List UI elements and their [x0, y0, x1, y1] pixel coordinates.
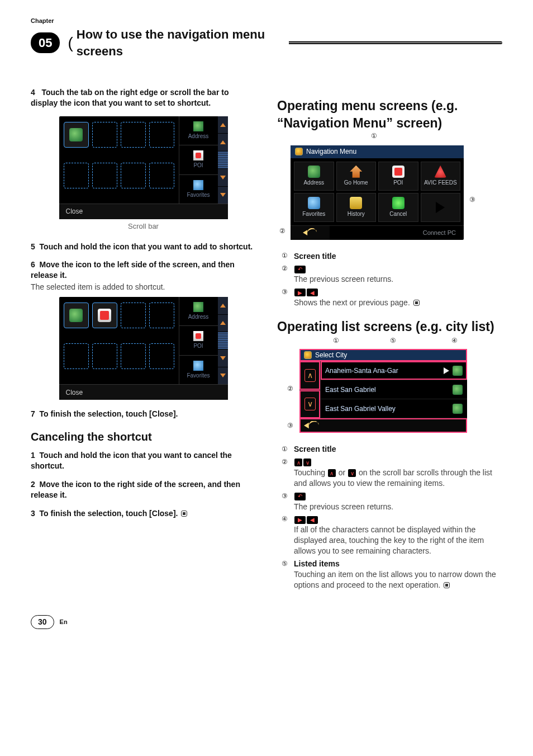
list-callout-2: ② ∧∨ Touching ∧ or ∨ on the scroll bar s…	[279, 457, 502, 489]
menu-next-page[interactable]	[421, 193, 461, 222]
tab-address[interactable]: Address	[179, 116, 218, 145]
shortcut-screenshot-1: Address POI Favorites Close	[59, 116, 228, 219]
annotation-2: ②	[277, 226, 287, 237]
right-column: Operating menu screens (e.g. “Navigation…	[277, 87, 502, 593]
map-pin-icon[interactable]	[453, 385, 463, 395]
cancel-step-3: 3 To finish the selection, touch [Close]…	[31, 508, 256, 519]
scroll-track[interactable]	[218, 332, 228, 349]
language-label: En	[60, 618, 68, 626]
scroll-down-icon: ∨	[348, 469, 356, 477]
scroll-up-icon: ∧	[294, 459, 302, 466]
chevron-down-icon	[220, 374, 226, 377]
shortcut-slot[interactable]	[64, 343, 89, 369]
section-title: How to use the navigation menu screens	[77, 26, 281, 59]
close-button[interactable]: Close	[66, 207, 83, 216]
chevron-down-icon: ∨	[304, 398, 316, 410]
back-button[interactable]	[299, 418, 467, 433]
back-arrow-icon	[304, 421, 320, 430]
annotation-2: ②	[285, 384, 295, 394]
map-pin-icon[interactable]	[453, 404, 463, 414]
scroll-up-button[interactable]	[218, 134, 228, 151]
screen-title: Navigation Menu	[306, 147, 356, 156]
scroll-up-button[interactable]	[218, 297, 228, 314]
annotation-3: ③	[467, 195, 477, 205]
scroll-up-button[interactable]	[218, 116, 228, 134]
back-icon: ↶	[294, 266, 306, 273]
tab-address[interactable]: Address	[179, 297, 218, 326]
chapter-label: Chapter	[31, 17, 502, 25]
section-end-icon	[444, 582, 450, 588]
play-next-icon	[436, 202, 445, 213]
list-callout-5: ⑤ Listed items Touching an item on the l…	[279, 559, 502, 590]
shortcut-slot[interactable]	[64, 303, 89, 328]
header-rule	[289, 41, 502, 44]
tab-favorites[interactable]: Favorites	[179, 356, 218, 384]
connect-pc-button[interactable]: Connect PC	[415, 226, 464, 240]
map-pin-icon[interactable]	[453, 366, 463, 376]
nav-callout-2: ② ↶ The previous screen returns.	[279, 263, 502, 285]
list-scroll-down[interactable]: ∨	[299, 390, 320, 419]
list-item[interactable]: East San Gabriel	[321, 380, 467, 399]
menu-address[interactable]: Address	[294, 162, 334, 191]
list-item[interactable]: Anaheim-Santa Ana-Gar	[321, 361, 467, 380]
scroll-down-button[interactable]	[218, 169, 228, 186]
tab-poi[interactable]: POI	[179, 145, 218, 174]
scroll-up-button[interactable]	[218, 315, 228, 332]
scroll-down-button[interactable]	[218, 367, 228, 384]
chapter-number-pill: 05	[31, 32, 60, 54]
close-button[interactable]: Close	[66, 388, 83, 397]
step-6-body: The selected item is added to shortcut.	[31, 282, 256, 292]
shortcut-slot[interactable]	[121, 122, 146, 148]
list-item[interactable]: East San Gabriel Valley	[321, 399, 467, 418]
cancel-step-2: 2 Move the icon to the right side of the…	[31, 479, 256, 500]
shortcut-screenshot-2: Address POI Favorites Close	[59, 297, 228, 400]
next-page-icon: ▶	[294, 516, 306, 524]
menu-cancel[interactable]: Cancel	[378, 193, 418, 222]
screen-title: Select City	[315, 351, 347, 360]
nav-callout-3: ③ ▶◀ Shows the next or previous page.	[279, 287, 502, 308]
shortcut-slot[interactable]	[92, 303, 117, 328]
shortcut-slot[interactable]	[92, 343, 117, 369]
prev-page-icon: ◀	[307, 516, 318, 524]
more-text-icon[interactable]	[444, 367, 449, 374]
menu-favorites[interactable]: Favorites	[294, 193, 334, 222]
globe-icon	[69, 128, 83, 141]
shortcut-slot[interactable]	[121, 343, 146, 369]
shortcut-slot[interactable]	[121, 163, 146, 188]
shortcut-slot[interactable]	[92, 163, 117, 188]
shortcut-slot[interactable]	[92, 122, 117, 148]
shortcut-slot[interactable]	[64, 122, 89, 148]
back-icon: ↶	[294, 493, 306, 500]
shortcut-slot[interactable]	[149, 343, 174, 369]
left-column: 4 Touch the tab on the right edge or scr…	[31, 87, 256, 593]
menu-go-home[interactable]: Go Home	[336, 162, 377, 191]
menu-avic-feeds[interactable]: AVIC FEEDS	[421, 162, 461, 191]
shortcut-slot[interactable]	[149, 163, 174, 188]
scroll-track[interactable]	[218, 152, 228, 169]
annotation-1: ①	[369, 131, 379, 141]
menu-history[interactable]: History	[336, 193, 377, 222]
scroll-down-button[interactable]	[218, 349, 228, 367]
shortcut-slot[interactable]	[149, 122, 174, 148]
list-scroll-up[interactable]: ∧	[299, 361, 320, 390]
scrollbar[interactable]	[218, 116, 228, 204]
step-5: 5 Touch and hold the icon that you want …	[31, 242, 256, 252]
chevron-down-icon	[220, 193, 226, 197]
menu-poi[interactable]: POI	[378, 162, 418, 191]
chevron-up-icon	[220, 123, 226, 127]
back-button[interactable]	[291, 226, 330, 240]
tab-poi[interactable]: POI	[179, 326, 218, 355]
shortcut-slot[interactable]	[149, 303, 174, 328]
nav-callout-1: ① Screen title	[279, 251, 502, 262]
tab-favorites[interactable]: Favorites	[179, 175, 218, 204]
shortcut-slot[interactable]	[64, 163, 89, 188]
globe-icon	[308, 166, 320, 178]
annotation-4: ④	[449, 336, 459, 346]
favorites-icon	[308, 197, 320, 209]
annotation-5: ⑤	[388, 336, 398, 346]
scrollbar[interactable]	[218, 297, 228, 384]
page-number: 30	[31, 615, 54, 629]
chevron-up-icon	[220, 304, 226, 308]
scroll-down-button[interactable]	[218, 187, 228, 204]
shortcut-slot[interactable]	[121, 303, 146, 328]
